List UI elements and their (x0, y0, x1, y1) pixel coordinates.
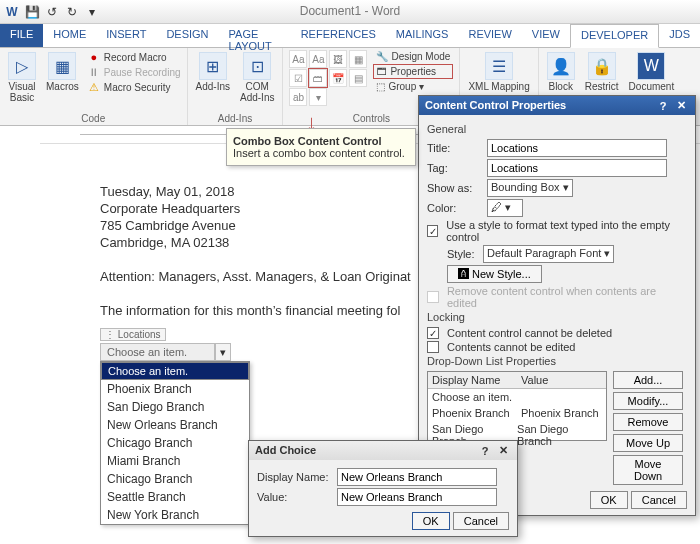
section-header: Drop-Down List Properties (427, 355, 687, 367)
add-button[interactable]: Add... (613, 371, 683, 389)
lock-edit-checkbox[interactable] (427, 341, 439, 353)
section-header: General (427, 123, 687, 135)
group-button[interactable]: ⬚Group ▾ (373, 80, 453, 93)
field-label: Tag: (427, 162, 483, 174)
dropdown-option[interactable]: Seattle Branch (101, 488, 249, 506)
title-input[interactable] (487, 139, 667, 157)
save-icon[interactable]: 💾 (24, 4, 40, 20)
control-icon[interactable]: 🖼 (329, 50, 347, 68)
tab-references[interactable]: REFERENCES (291, 24, 386, 47)
new-style-button[interactable]: 🅰 New Style... (447, 265, 542, 283)
move-up-button[interactable]: Move Up (613, 434, 683, 452)
tab-view[interactable]: VIEW (522, 24, 570, 47)
field-label: Show as: (427, 182, 483, 194)
control-icon[interactable]: ▾ (309, 88, 327, 106)
use-style-checkbox[interactable] (427, 225, 438, 237)
ok-button[interactable]: OK (412, 512, 450, 530)
color-picker[interactable]: 🖊 ▾ (487, 199, 523, 217)
dialog-titlebar: Add Choice ?✕ (249, 441, 517, 460)
control-icon[interactable]: ▤ (349, 69, 367, 87)
dropdown-option[interactable]: San Diego Branch (101, 398, 249, 416)
field-label: Style: (447, 248, 479, 260)
combo-box-control-icon[interactable]: 🗃 (309, 69, 327, 87)
checkbox-label: Content control cannot be deleted (447, 327, 612, 339)
word-icon: W (4, 4, 20, 20)
ribbon-tabbar: FILE HOME INSERT DESIGN PAGE LAYOUT REFE… (0, 24, 700, 48)
tab-mailings[interactable]: MAILINGS (386, 24, 459, 47)
design-mode-button[interactable]: 🔧Design Mode (373, 50, 453, 63)
combo-dropdown[interactable]: Choose an item. Phoenix Branch San Diego… (100, 361, 250, 525)
field-label: Title: (427, 142, 483, 154)
tab-design[interactable]: DESIGN (156, 24, 218, 47)
control-icon[interactable]: ab (289, 88, 307, 106)
ok-button[interactable]: OK (590, 491, 628, 509)
addins-button[interactable]: ⊞Add-Ins (194, 50, 232, 94)
dropdown-option[interactable]: Miami Branch (101, 452, 249, 470)
chevron-down-icon[interactable]: ▾ (215, 343, 231, 361)
tab-review[interactable]: REVIEW (458, 24, 521, 47)
remove-checkbox (427, 291, 439, 303)
control-icon[interactable]: ☑ (289, 69, 307, 87)
dropdown-option[interactable]: Chicago Branch (101, 434, 249, 452)
display-name-input[interactable] (337, 468, 497, 486)
group-addins: ⊞Add-Ins ⊡COM Add-Ins Add-Ins (188, 48, 284, 125)
com-addins-button[interactable]: ⊡COM Add-Ins (238, 50, 276, 105)
checkbox-label: Contents cannot be edited (447, 341, 575, 353)
xml-mapping-button[interactable]: ☰XML Mapping (466, 50, 531, 94)
move-down-button[interactable]: Move Down (613, 455, 683, 485)
list-row[interactable]: Choose an item. (428, 389, 606, 405)
block-button[interactable]: 👤Block (545, 50, 577, 94)
tag-input[interactable] (487, 159, 667, 177)
tab-page-layout[interactable]: PAGE LAYOUT (219, 24, 291, 47)
dropdown-option[interactable]: New York Branch (101, 506, 249, 524)
close-icon[interactable]: ✕ (673, 99, 689, 112)
value-input[interactable] (337, 488, 497, 506)
redo-icon[interactable]: ↻ (64, 4, 80, 20)
remove-button[interactable]: Remove (613, 413, 683, 431)
macro-security-button[interactable]: ⚠Macro Security (87, 80, 181, 94)
record-macro-button[interactable]: ●Record Macro (87, 50, 181, 64)
help-icon[interactable]: ? (477, 445, 493, 457)
show-as-select[interactable]: Bounding Box ▾ (487, 179, 573, 197)
help-icon[interactable]: ? (655, 100, 671, 112)
field-label: Color: (427, 202, 483, 214)
list-row[interactable]: Phoenix BranchPhoenix Branch (428, 405, 606, 421)
macros-button[interactable]: ▦Macros (44, 50, 81, 94)
dialog-titlebar: Content Control Properties ?✕ (419, 96, 695, 115)
add-choice-dialog: Add Choice ?✕ Display Name: Value: OK Ca… (248, 440, 518, 537)
pause-recording-button[interactable]: ⏸Pause Recording (87, 65, 181, 79)
modify-button[interactable]: Modify... (613, 392, 683, 410)
style-select[interactable]: Default Paragraph Font ▾ (483, 245, 614, 263)
dropdown-option[interactable]: Chicago Branch (101, 470, 249, 488)
document-template-button[interactable]: WDocument (627, 50, 677, 94)
control-icon[interactable]: 📅 (329, 69, 347, 87)
combo-box-tooltip: Combo Box Content Control Insert a combo… (226, 128, 416, 166)
qat-more-icon[interactable]: ▾ (84, 4, 100, 20)
tab-home[interactable]: HOME (43, 24, 96, 47)
visual-basic-button[interactable]: ▷Visual Basic (6, 50, 38, 105)
cancel-button[interactable]: Cancel (631, 491, 687, 509)
dropdown-list[interactable]: Display NameValue Choose an item. Phoeni… (427, 371, 607, 441)
dropdown-option[interactable]: Choose an item. (101, 362, 249, 380)
combo-box-title-tag: ⋮ Locations (100, 328, 166, 341)
close-icon[interactable]: ✕ (495, 444, 511, 457)
properties-button[interactable]: 🗔Properties (373, 64, 453, 79)
checkbox-label: Use a style to format text typed into th… (446, 219, 687, 243)
tab-file[interactable]: FILE (0, 24, 43, 47)
tab-jds[interactable]: JDS (659, 24, 700, 47)
control-icon[interactable]: ▦ (349, 50, 367, 68)
lock-delete-checkbox[interactable] (427, 327, 439, 339)
tab-insert[interactable]: INSERT (96, 24, 156, 47)
restrict-button[interactable]: 🔒Restrict (583, 50, 621, 94)
cancel-button[interactable]: Cancel (453, 512, 509, 530)
checkbox-label: Remove content control when contents are… (447, 285, 687, 309)
dropdown-option[interactable]: Phoenix Branch (101, 380, 249, 398)
control-icon[interactable]: Aa (309, 50, 327, 68)
field-label: Display Name: (257, 471, 333, 483)
tab-developer[interactable]: DEVELOPER (570, 24, 659, 48)
group-label: Code (6, 113, 181, 124)
undo-icon[interactable]: ↺ (44, 4, 60, 20)
control-icon[interactable]: Aa (289, 50, 307, 68)
group-code: ▷Visual Basic ▦Macros ●Record Macro ⏸Pau… (0, 48, 188, 125)
dropdown-option[interactable]: New Orleans Branch (101, 416, 249, 434)
